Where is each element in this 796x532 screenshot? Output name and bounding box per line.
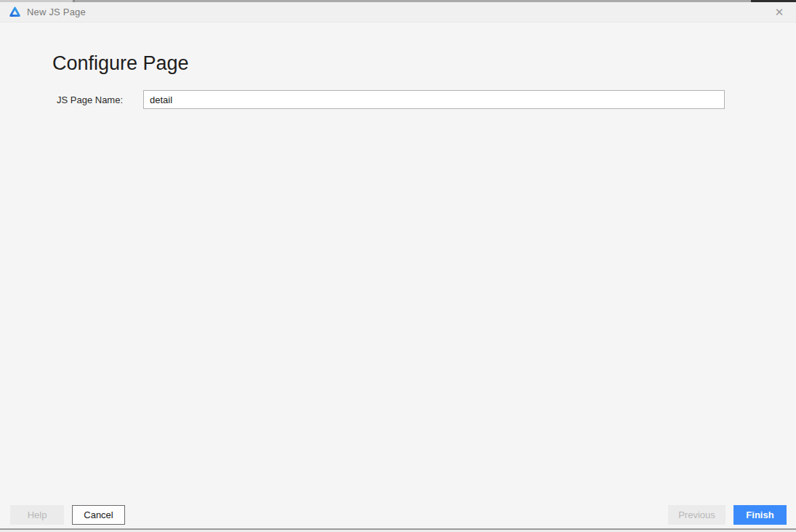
previous-button: Previous bbox=[668, 505, 725, 525]
dialog-title: New JS Page bbox=[27, 7, 86, 17]
close-icon[interactable]: ✕ bbox=[768, 2, 790, 23]
js-page-name-input[interactable] bbox=[143, 90, 725, 109]
deveco-logo-icon bbox=[9, 6, 21, 18]
dialog-titlebar[interactable]: New JS Page ✕ bbox=[0, 2, 796, 23]
help-button: Help bbox=[10, 505, 64, 525]
finish-button[interactable]: Finish bbox=[733, 505, 787, 525]
dialog-content: Configure Page JS Page Name: bbox=[0, 23, 796, 528]
js-page-name-label: JS Page Name: bbox=[57, 94, 123, 105]
cancel-button[interactable]: Cancel bbox=[72, 505, 125, 525]
page-title: Configure Page bbox=[52, 52, 189, 75]
